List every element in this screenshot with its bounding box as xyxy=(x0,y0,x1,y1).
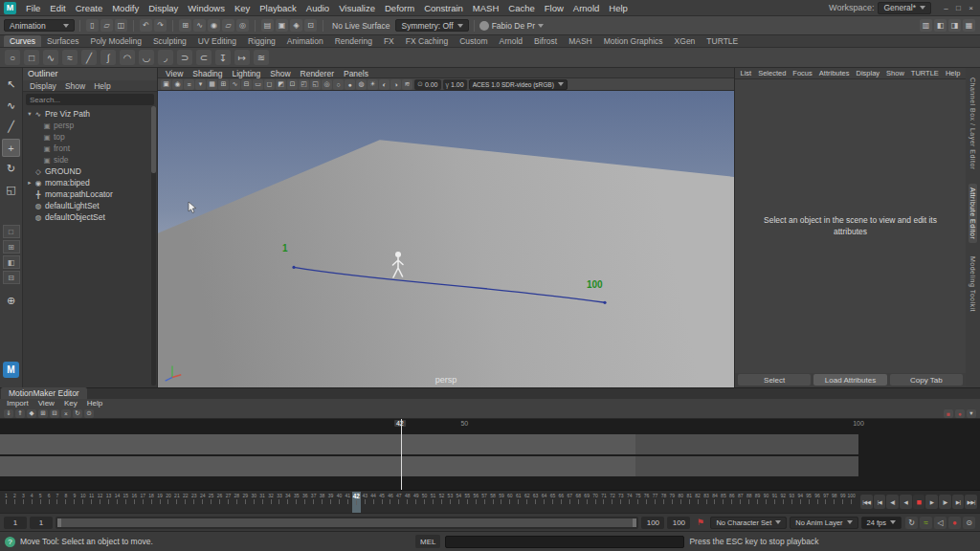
grease-pencil-icon[interactable]: ∿ xyxy=(230,79,240,90)
workspace-dropdown[interactable]: General* xyxy=(878,2,931,14)
motionmaker-menu-item[interactable]: Help xyxy=(82,399,107,408)
scale-tool-button[interactable]: ◱ xyxy=(2,181,20,199)
redo-icon[interactable]: ↷ xyxy=(154,19,167,32)
viewport-canvas[interactable]: 1 100 persp xyxy=(158,91,734,387)
frame-cell[interactable]: 60 xyxy=(505,492,514,513)
open-scene-icon[interactable]: ▱ xyxy=(100,19,113,32)
single-pane-layout-button[interactable]: □ xyxy=(3,225,20,238)
shelf-tab[interactable]: XGen xyxy=(669,35,702,47)
shelf-tab[interactable]: TURTLE xyxy=(701,35,744,47)
viewport-menu-item[interactable]: Lighting xyxy=(227,68,265,77)
cv-curve-icon[interactable]: ∿ xyxy=(43,50,58,65)
gate-mask-icon[interactable]: ◩ xyxy=(276,79,286,90)
outliner-item[interactable]: ▾ ∿ Pre Viz Path xyxy=(23,108,157,120)
mel-toggle-button[interactable]: MEL xyxy=(415,535,440,548)
frame-cell[interactable]: 94 xyxy=(796,492,805,513)
frame-cell[interactable]: 2 xyxy=(11,492,19,513)
snap-to-grid-icon[interactable]: ⊞ xyxy=(179,19,191,32)
live-surface-status[interactable]: No Live Surface xyxy=(328,21,393,31)
frame-cell[interactable]: 57 xyxy=(480,492,489,513)
frame-cell[interactable]: 58 xyxy=(489,492,498,513)
shelf-tab[interactable]: Sculpting xyxy=(147,35,192,47)
frame-cell[interactable]: 77 xyxy=(651,492,659,513)
extend-curve-icon[interactable]: ↦ xyxy=(234,50,250,65)
timeline-track[interactable] xyxy=(0,434,858,454)
exposure-control[interactable]: ⊙ 0.00 xyxy=(414,79,441,90)
frame-cell[interactable]: 45 xyxy=(378,492,387,513)
frame-cell[interactable]: 53 xyxy=(446,492,455,513)
outliner-item[interactable]: ╋ moma:pathLocator xyxy=(23,188,157,200)
attribute-editor-button[interactable]: Load Attributes xyxy=(813,374,886,386)
playback-start-field[interactable]: 1 xyxy=(30,517,53,529)
outliner-item[interactable]: ▣ top xyxy=(23,131,157,143)
attribute-editor-menu-item[interactable]: TURTLE xyxy=(907,69,942,77)
construction-history-icon[interactable]: ▤ xyxy=(261,19,274,32)
frame-cell[interactable]: 41 xyxy=(344,492,352,513)
bookmark-flag-icon[interactable]: ⚑ xyxy=(694,517,706,529)
frame-cell[interactable]: 67 xyxy=(566,492,574,513)
modeling-toolkit-toggle-icon[interactable]: ▥ xyxy=(920,19,932,32)
step-back-key-button[interactable]: |◀ xyxy=(874,495,886,509)
motionmaker-menu-item[interactable]: Key xyxy=(59,399,82,408)
frame-cell[interactable]: 14 xyxy=(113,492,122,513)
motionmaker-timeline[interactable]: 4250100 xyxy=(0,419,980,490)
menu-item[interactable]: Audio xyxy=(301,3,334,13)
set-key-icon[interactable]: ◆ xyxy=(27,409,36,418)
outliner-menu-item[interactable]: Display xyxy=(26,80,60,91)
menu-item[interactable]: Visualize xyxy=(334,3,380,13)
minimize-button[interactable]: – xyxy=(941,3,951,13)
frame-cell[interactable]: 91 xyxy=(770,492,779,513)
menu-item[interactable]: Windows xyxy=(183,3,230,13)
timeline-track[interactable] xyxy=(0,456,858,476)
menu-item[interactable]: Key xyxy=(230,3,255,13)
frame-cell[interactable]: 12 xyxy=(96,492,104,513)
select-camera-icon[interactable]: ▣ xyxy=(161,79,171,90)
pencil-curve-icon[interactable]: ╱ xyxy=(81,50,97,65)
mute-track-icon[interactable]: ■ xyxy=(944,409,953,418)
attach-curves-icon[interactable]: ⊃ xyxy=(177,50,192,65)
select-tool-button[interactable]: ↖ xyxy=(2,76,20,94)
frame-cell[interactable]: 20 xyxy=(165,492,173,513)
copy-icon[interactable]: ⊞ xyxy=(38,409,48,418)
frame-cell[interactable]: 35 xyxy=(292,492,301,513)
shelf-tab[interactable]: MASH xyxy=(563,35,598,47)
frame-cell[interactable]: 54 xyxy=(455,492,463,513)
step-back-frame-button[interactable]: ◀| xyxy=(886,495,899,509)
frame-cell[interactable]: 31 xyxy=(258,492,267,513)
frame-cell[interactable]: 51 xyxy=(429,492,437,513)
frame-cell[interactable]: 36 xyxy=(301,492,309,513)
attribute-editor-button[interactable]: Copy Tab xyxy=(890,374,963,386)
mel-command-input[interactable] xyxy=(445,536,684,548)
occlusion-icon[interactable]: ◑ xyxy=(390,79,401,90)
frame-cell[interactable]: 22 xyxy=(181,492,189,513)
cut-icon[interactable]: × xyxy=(61,409,71,418)
export-clip-icon[interactable]: ⇑ xyxy=(15,409,25,418)
shelf-tab[interactable]: Curves xyxy=(4,35,41,47)
insert-knot-icon[interactable]: ↧ xyxy=(215,50,231,65)
attribute-editor-menu-item[interactable]: Help xyxy=(942,69,963,77)
motion-path-curve[interactable] xyxy=(158,91,734,387)
menu-item[interactable]: Playback xyxy=(255,3,301,13)
frame-cell[interactable]: 30 xyxy=(250,492,258,513)
frame-cell[interactable]: 48 xyxy=(403,492,412,513)
frame-cell[interactable]: 66 xyxy=(557,492,566,513)
frame-cell[interactable]: 79 xyxy=(668,492,677,513)
range-bar[interactable] xyxy=(57,518,636,527)
shelf-tab[interactable]: UV Editing xyxy=(192,35,242,47)
menu-set-dropdown[interactable]: Animation xyxy=(4,19,75,32)
2d-pan-zoom-icon[interactable]: ⊞ xyxy=(218,79,229,90)
frame-cell[interactable]: 55 xyxy=(463,492,472,513)
motionmaker-editor-tab[interactable]: MotionMaker Editor xyxy=(1,387,87,399)
shelf-tab[interactable]: Animation xyxy=(281,35,329,47)
frame-cell[interactable]: 19 xyxy=(156,492,165,513)
go-to-start-button[interactable]: |◀◀ xyxy=(860,495,873,509)
attribute-editor-menu-item[interactable]: Selected xyxy=(755,69,790,77)
frame-cell[interactable]: 73 xyxy=(616,492,625,513)
new-scene-icon[interactable]: ▯ xyxy=(86,19,99,32)
persp-outliner-layout-button[interactable]: ◧ xyxy=(3,255,20,269)
frame-cell[interactable]: 98 xyxy=(830,492,838,513)
frame-cell[interactable]: 10 xyxy=(78,492,87,513)
frame-cell[interactable]: 46 xyxy=(386,492,394,513)
menu-item[interactable]: Edit xyxy=(45,3,70,13)
outliner-item[interactable]: ▣ front xyxy=(23,143,157,154)
